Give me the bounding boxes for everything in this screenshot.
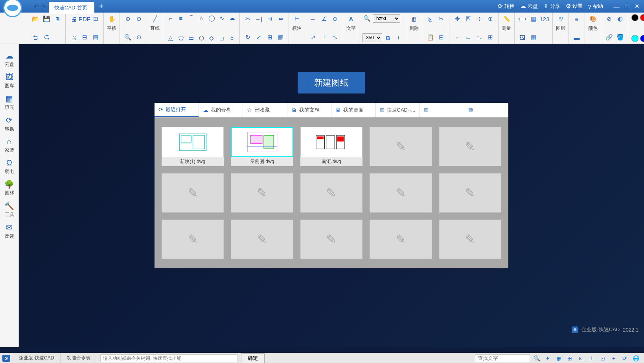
nav-back-icon[interactable]: ↶	[34, 3, 39, 10]
file-card-empty[interactable]: ✎	[162, 220, 224, 259]
annotate-icon[interactable]: ⊢	[292, 14, 302, 24]
convert-button[interactable]: ⟳转换	[498, 3, 515, 10]
add-tab-button[interactable]: +	[99, 2, 104, 11]
add-icon[interactable]: +	[609, 354, 618, 363]
file-card-empty[interactable]: ✎	[300, 173, 362, 213]
tab-desktop[interactable]: 🖥我的桌面	[331, 103, 376, 117]
share-button[interactable]: ⇪分享	[543, 3, 560, 10]
colorwheel-icon[interactable]: 🎨	[588, 14, 598, 24]
measure-icon[interactable]: 📏	[502, 14, 511, 24]
file-card[interactable]: 南汇.dwg	[300, 127, 362, 166]
help-button[interactable]: ?帮助	[588, 3, 603, 10]
polygon-icon[interactable]: ⬡	[197, 34, 206, 42]
file-card-empty[interactable]: ✎	[370, 127, 432, 166]
sync-icon[interactable]: ⟳	[620, 354, 629, 363]
file-card-empty[interactable]: ✎	[439, 173, 501, 213]
document-tab[interactable]: 快速CAD-首页	[49, 2, 94, 14]
break-icon[interactable]: ⊹	[475, 14, 484, 24]
nav-forward-icon[interactable]: ↷	[40, 3, 46, 10]
dim-leader-icon[interactable]: ↗	[308, 33, 318, 42]
join-icon[interactable]: ⊕	[486, 14, 495, 24]
sidebar-tools[interactable]: 🔨工具	[4, 201, 14, 218]
tab-favorites[interactable]: ☆已收藏	[243, 103, 287, 117]
trim-icon[interactable]: ✂	[243, 14, 252, 24]
dim-ord-icon[interactable]: ⊥	[319, 33, 329, 42]
pentagon-icon[interactable]: ⬠	[177, 34, 185, 42]
paste-icon[interactable]: 📋	[425, 33, 435, 42]
command-input[interactable]	[100, 354, 238, 362]
file-card-empty[interactable]: ✎	[370, 220, 432, 259]
tab-kuaisu[interactable]: ✉快速CAD--...	[376, 103, 420, 117]
color-black[interactable]	[631, 14, 638, 21]
offset-icon[interactable]: ⇉	[265, 14, 274, 24]
sidebar-garden[interactable]: 🌳园林	[4, 180, 14, 196]
osnap-icon[interactable]: ⊡	[598, 354, 607, 363]
grid-icon[interactable]: ▦	[554, 354, 563, 363]
polyline-icon[interactable]: ⌐	[166, 14, 175, 22]
bylayer-icon[interactable]: ◐	[615, 14, 625, 24]
tab-documents[interactable]: 🗎我的文档	[287, 103, 332, 117]
batch-icon[interactable]: ▤	[91, 33, 100, 42]
undo-icon[interactable]: ⮌	[31, 33, 40, 42]
dim-radius-icon[interactable]: ⊙	[330, 14, 340, 24]
color-cyan[interactable]	[631, 35, 638, 42]
status-cmdtab[interactable]: 功能命令表	[61, 353, 97, 363]
size-select[interactable]: 350	[362, 33, 382, 42]
dim-angular-icon[interactable]: ∠	[319, 14, 329, 24]
sidebar-fill[interactable]: ▦填充	[5, 94, 14, 111]
delete-icon[interactable]: 🗑	[409, 14, 419, 24]
bucket-icon[interactable]: 🪣	[615, 33, 625, 42]
triangle-icon[interactable]: △	[166, 34, 175, 42]
zoomout-icon[interactable]: ⊖	[134, 14, 144, 24]
table-icon[interactable]: ▦	[529, 33, 538, 42]
layer-icon[interactable]: ≋	[556, 14, 565, 24]
link-icon[interactable]: 🔗	[604, 33, 614, 42]
area-icon[interactable]: ▦	[529, 14, 538, 24]
font-select[interactable]: hztxt	[373, 14, 400, 23]
settings-button[interactable]: ⚙设置	[566, 3, 583, 10]
fillet-icon[interactable]: ⌐	[453, 33, 462, 42]
mirror2-icon[interactable]: ⇋	[475, 33, 484, 42]
pdf-icon[interactable]: PDF	[80, 14, 89, 24]
zoomin-icon[interactable]: ⊕	[123, 14, 132, 24]
dim-align-icon[interactable]: ⤡	[330, 33, 340, 42]
sidebar-cloud[interactable]: ☁云盘	[5, 51, 14, 68]
pan-icon[interactable]: ✋	[107, 14, 116, 24]
minimize-button[interactable]: —	[613, 2, 620, 10]
file-card-empty[interactable]: ✎	[439, 127, 501, 166]
count-icon[interactable]: 123	[540, 14, 549, 24]
file-card[interactable]: 新块(1).dwg	[162, 127, 224, 166]
explode-icon[interactable]: ⊞	[486, 33, 495, 42]
cloud-button[interactable]: ☁云盘	[520, 3, 538, 10]
image-icon[interactable]: ⊡	[91, 14, 100, 24]
globe-icon[interactable]: 🌐	[631, 354, 640, 363]
stretch-icon[interactable]: ⇱	[464, 14, 473, 24]
extend-icon[interactable]: →|	[254, 14, 263, 24]
print2-icon[interactable]: 🖨	[69, 33, 78, 42]
multiline-icon[interactable]: ≡	[177, 14, 185, 22]
font-search-icon[interactable]: 🔍	[362, 15, 371, 22]
cut-icon[interactable]: ✂	[436, 14, 446, 24]
ok-button[interactable]: 确定	[241, 353, 265, 363]
export-icon[interactable]: ⊟	[80, 33, 89, 42]
text-icon[interactable]: A	[346, 14, 356, 24]
box-icon[interactable]: □	[217, 34, 226, 42]
block-icon[interactable]: ▦	[276, 33, 285, 42]
line-icon[interactable]: ╱	[150, 14, 160, 24]
dist-icon[interactable]: ⟷	[518, 14, 527, 24]
sidebar-feedback[interactable]: ✉反馈	[5, 223, 14, 240]
cloud-icon[interactable]: ☁	[228, 14, 236, 22]
color-blue[interactable]	[640, 35, 644, 42]
arc-icon[interactable]: ⌒	[187, 14, 195, 22]
maximize-button[interactable]: ☐	[623, 2, 631, 10]
dim-linear-icon[interactable]: ↔	[308, 14, 318, 24]
spline-icon[interactable]: ∿	[217, 14, 226, 22]
italic-icon[interactable]: I	[394, 34, 403, 42]
sidebar-library[interactable]: 🖼图库	[5, 73, 14, 89]
tab-recent[interactable]: ⟳最近打开	[155, 103, 199, 117]
file-card-empty[interactable]: ✎	[162, 173, 224, 213]
file-card-empty[interactable]: ✎	[370, 173, 432, 213]
search-icon[interactable]: 🔍	[532, 354, 541, 363]
align-icon[interactable]: ⊟	[436, 33, 446, 42]
linetype-icon[interactable]: ≡	[572, 14, 581, 24]
